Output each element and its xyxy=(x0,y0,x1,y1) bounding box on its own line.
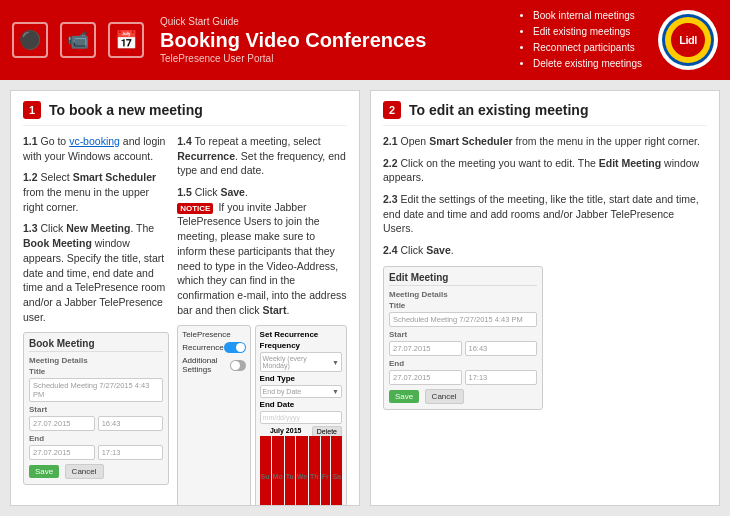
book-cancel-button[interactable]: Cancel xyxy=(65,464,104,479)
section-edit-header: 2 To edit an existing meeting xyxy=(383,101,707,126)
calendar-grid: July 2015 Su Mo Tu We Th Fr Sa xyxy=(260,427,342,506)
steps-col-right: 1.4 To repeat a meeting, select Recurren… xyxy=(177,134,347,506)
day-fr: Fr xyxy=(321,436,331,506)
section-title-2: To edit an existing meeting xyxy=(409,102,588,118)
step-2-3: 2.3 Edit the settings of the meeting, li… xyxy=(383,192,707,236)
edit-actions: Save Cancel xyxy=(389,389,537,404)
end-date-label: End Date xyxy=(260,400,342,409)
edit-cancel-button[interactable]: Cancel xyxy=(425,389,464,404)
edit-end-label: End xyxy=(389,359,537,368)
step-1-5: 1.5 Click Save. NOTICE If you invite Jab… xyxy=(177,185,347,317)
edit-start-label: Start xyxy=(389,330,537,339)
end-type-label: End Type xyxy=(260,374,342,383)
frequency-label: Frequency xyxy=(260,341,342,350)
book-meeting-panel: Book Meeting Meeting Details Title Sched… xyxy=(23,332,169,485)
start-time[interactable]: 16:43 xyxy=(98,416,164,431)
step-1-1: 1.1 Go to vc-booking and login with your… xyxy=(23,134,169,163)
day-sa: Sa xyxy=(331,436,342,506)
mock-telepresence-recurrence: TelePresence Recurrence Additional Setti… xyxy=(177,325,347,506)
edit-start-time[interactable]: 16:43 xyxy=(465,341,538,356)
day-th: Th xyxy=(309,436,320,506)
notice-badge: NOTICE xyxy=(177,203,213,214)
edit-title-value[interactable]: Scheduled Meeting 7/27/2015 4:43 PM xyxy=(389,312,537,327)
day-we: We xyxy=(296,436,308,506)
telepresence-panel: TelePresence Recurrence Additional Setti… xyxy=(177,325,250,506)
edit-start-row: 27.07.2015 16:43 xyxy=(389,341,537,356)
bullet-2: Edit existing meetings xyxy=(533,24,642,40)
section-book-header: 1 To book a new meeting xyxy=(23,101,347,126)
edit-end-row: 27.07.2015 17:13 xyxy=(389,370,537,385)
vc-booking-link[interactable]: vc-booking xyxy=(69,135,120,147)
title-field-value[interactable]: Scheduled Meeting 7/27/2015 4:43 PM xyxy=(29,378,163,402)
day-mo: Mo xyxy=(272,436,284,506)
header-bullets: Book internal meetings Edit existing mee… xyxy=(519,8,642,72)
globe-icon: ⚫ xyxy=(12,22,48,58)
start-date[interactable]: 27.07.2015 xyxy=(29,416,95,431)
set-recurrence-title: Set Recurrence xyxy=(260,330,342,339)
edit-title-label: Title xyxy=(389,301,537,310)
header-icons: ⚫ 📹 📅 xyxy=(12,22,144,58)
edit-save-button[interactable]: Save xyxy=(389,390,419,403)
recurrence-panel: Set Recurrence Frequency Weekly (every M… xyxy=(255,325,347,506)
book-actions: Save Cancel xyxy=(29,464,163,479)
tp-header: TelePresence xyxy=(182,330,245,339)
edit-meeting-title: Edit Meeting xyxy=(389,272,537,286)
steps-col-left: 1.1 Go to vc-booking and login with your… xyxy=(23,134,169,506)
bullet-1: Book internal meetings xyxy=(533,8,642,24)
cal-day-headers: Su Mo Tu We Th Fr Sa 1 xyxy=(260,436,312,506)
header-subtitle: Quick Start Guide xyxy=(160,16,519,27)
video-icon: 📹 xyxy=(60,22,96,58)
end-date[interactable]: 27.07.2015 xyxy=(29,445,95,460)
section-edit-meeting: 2 To edit an existing meeting 2.1 Open S… xyxy=(370,90,720,506)
step-1-4: 1.4 To repeat a meeting, select Recurren… xyxy=(177,134,347,178)
lidl-text: Lidl xyxy=(671,23,705,57)
book-save-button[interactable]: Save xyxy=(29,465,59,478)
additional-label: Additional Settings xyxy=(182,356,230,374)
start-row: 27.07.2015 16:43 xyxy=(29,416,163,431)
steps-columns: 1.1 Go to vc-booking and login with your… xyxy=(23,134,347,506)
recurrence-row: Recurrence xyxy=(182,342,245,353)
section-book-meeting: 1 To book a new meeting 1.1 Go to vc-boo… xyxy=(10,90,360,506)
edit-meeting-panel: Edit Meeting Meeting Details Title Sched… xyxy=(383,266,543,410)
frequency-field[interactable]: Weekly (every Monday) ▼ xyxy=(260,352,342,372)
recurrence-toggle[interactable] xyxy=(224,342,246,353)
day-su: Su xyxy=(260,436,271,506)
additional-row: Additional Settings xyxy=(182,356,245,374)
end-row: 27.07.2015 17:13 xyxy=(29,445,163,460)
end-date-field[interactable]: mm/dd/yyyy xyxy=(260,411,342,424)
bullet-3: Reconnect participants xyxy=(533,40,642,56)
meeting-details-label: Meeting Details xyxy=(29,356,163,365)
calendar-icon: 📅 xyxy=(108,22,144,58)
start-label: Start xyxy=(29,405,163,414)
mock-edit-meeting: Edit Meeting Meeting Details Title Sched… xyxy=(383,266,707,410)
step-1-3: 1.3 Click New Meeting. The Book Meeting … xyxy=(23,221,169,324)
section-number-2: 2 xyxy=(383,101,401,119)
lidl-logo: Lidl xyxy=(658,10,718,70)
additional-toggle[interactable] xyxy=(230,360,246,371)
step-1-2: 1.2 Select Smart Scheduler from the menu… xyxy=(23,170,169,214)
section-number-1: 1 xyxy=(23,101,41,119)
edit-meeting-details-label: Meeting Details xyxy=(389,290,537,299)
recurrence-label: Recurrence xyxy=(182,343,223,352)
tp-title: TelePresence xyxy=(182,330,230,339)
edit-end-time[interactable]: 17:13 xyxy=(465,370,538,385)
title-label: Title xyxy=(29,367,163,376)
day-tu: Tu xyxy=(285,436,295,506)
bullet-4: Delete existing meetings xyxy=(533,56,642,72)
edit-start-date[interactable]: 27.07.2015 xyxy=(389,341,462,356)
end-time[interactable]: 17:13 xyxy=(98,445,164,460)
step-2-2: 2.2 Click on the meeting you want to edi… xyxy=(383,156,707,185)
end-label: End xyxy=(29,434,163,443)
step-2-4: 2.4 Click Save. xyxy=(383,243,707,258)
edit-end-date[interactable]: 27.07.2015 xyxy=(389,370,462,385)
header: ⚫ 📹 📅 Quick Start Guide Booking Video Co… xyxy=(0,0,730,80)
main-content: 1 To book a new meeting 1.1 Go to vc-boo… xyxy=(0,80,730,516)
mock-book-meeting: Book Meeting Meeting Details Title Sched… xyxy=(23,332,169,485)
header-portal: TelePresence User Portal xyxy=(160,53,519,64)
book-meeting-title: Book Meeting xyxy=(29,338,163,352)
section-title-1: To book a new meeting xyxy=(49,102,203,118)
step-2-1: 2.1 Open Smart Scheduler from the menu i… xyxy=(383,134,707,149)
header-title-block: Quick Start Guide Booking Video Conferen… xyxy=(160,16,519,64)
end-type-field[interactable]: End by Date ▼ xyxy=(260,385,342,398)
header-main-title: Booking Video Conferences xyxy=(160,29,519,52)
